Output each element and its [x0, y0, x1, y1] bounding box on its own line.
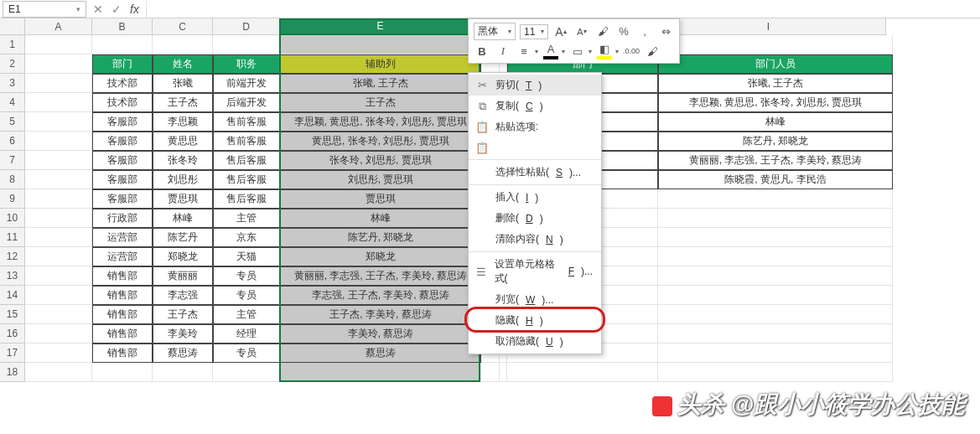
- row-header-4[interactable]: 4: [0, 93, 25, 112]
- decrease-font-icon[interactable]: A▾: [573, 23, 590, 40]
- cell-D17[interactable]: 专员: [213, 344, 280, 363]
- row-header-17[interactable]: 17: [0, 344, 25, 363]
- row-header-5[interactable]: 5: [0, 112, 25, 132]
- cell-E3[interactable]: 张曦, 王子杰: [280, 74, 481, 93]
- row-header-12[interactable]: 12: [0, 247, 25, 266]
- row-header-7[interactable]: 7: [0, 151, 25, 170]
- cell-A16[interactable]: [25, 324, 92, 344]
- cell-I3[interactable]: 张曦, 王子杰: [658, 74, 893, 93]
- cell-B13[interactable]: 销售部: [92, 266, 153, 286]
- cancel-formula-icon[interactable]: ✕: [93, 3, 103, 16]
- cell-B2[interactable]: 部门: [92, 54, 153, 74]
- format-painter-icon[interactable]: 🖌: [644, 43, 661, 59]
- ctx-delete[interactable]: 删除(D): [469, 208, 601, 229]
- cell-E7[interactable]: 张冬玲, 刘思彤, 贾思琪: [280, 151, 481, 170]
- merge-menu-icon[interactable]: ⇔: [657, 23, 674, 40]
- cell-C15[interactable]: 王子杰: [153, 305, 213, 324]
- cell-E9[interactable]: 贾思琪: [280, 189, 481, 209]
- cell-A13[interactable]: [25, 266, 92, 286]
- cell-B4[interactable]: 技术部: [92, 93, 153, 112]
- cell-I10[interactable]: [658, 209, 893, 228]
- ctx-clear[interactable]: 清除内容(N): [469, 229, 601, 250]
- cell-D1[interactable]: [213, 35, 280, 54]
- cell-I12[interactable]: [658, 247, 893, 266]
- cell-D3[interactable]: 前端开发: [213, 74, 280, 93]
- cell-D11[interactable]: 京东: [213, 228, 280, 247]
- cell-C2[interactable]: 姓名: [153, 54, 213, 74]
- border-icon[interactable]: ▭: [569, 43, 586, 59]
- cell-A18[interactable]: [25, 363, 92, 382]
- ctx-paste_opt[interactable]: 📋粘贴选项:: [469, 116, 601, 137]
- confirm-formula-icon[interactable]: ✓: [111, 3, 122, 16]
- cell-D6[interactable]: 售前客服: [213, 132, 280, 151]
- cell-A17[interactable]: [25, 344, 92, 363]
- cell-E13[interactable]: 黄丽丽, 李志强, 王子杰, 李美玲, 蔡思涛: [280, 266, 481, 286]
- cell-A6[interactable]: [25, 132, 92, 151]
- cell-E6[interactable]: 黄思思, 张冬玲, 刘思彤, 贾思琪: [280, 132, 481, 151]
- cell-E5[interactable]: 李思颖, 黄思思, 张冬玲, 刘思彤, 贾思琪: [280, 112, 481, 132]
- cell-I18[interactable]: [658, 363, 893, 382]
- cell-E11[interactable]: 陈艺丹, 郑晓龙: [280, 228, 481, 247]
- cell-B5[interactable]: 客服部: [92, 112, 153, 132]
- cell-I4[interactable]: 李思颖, 黄思思, 张冬玲, 刘思彤, 贾思琪: [658, 93, 893, 112]
- font-color-icon[interactable]: A: [542, 43, 559, 59]
- cell-C16[interactable]: 李美玲: [153, 324, 213, 344]
- cell-A11[interactable]: [25, 228, 92, 247]
- cell-grid[interactable]: 部门姓名职务辅助列部门部门人员技术部张曦前端开发张曦, 王子杰术部张曦, 王子杰…: [25, 35, 893, 382]
- cell-B15[interactable]: 销售部: [92, 305, 153, 324]
- cell-D15[interactable]: 主管: [213, 305, 280, 324]
- cell-E1[interactable]: [280, 35, 481, 54]
- ctx-copy[interactable]: ⧉复制(C): [469, 96, 601, 116]
- cell-I17[interactable]: [658, 344, 893, 363]
- column-header-D[interactable]: D: [213, 18, 280, 35]
- column-header-B[interactable]: B: [92, 18, 153, 35]
- formula-input[interactable]: [146, 1, 980, 18]
- row-header-14[interactable]: 14: [0, 286, 25, 305]
- cell-I13[interactable]: [658, 266, 893, 286]
- cell-A7[interactable]: [25, 151, 92, 170]
- cell-C6[interactable]: 黄思思: [153, 132, 213, 151]
- cell-B10[interactable]: 行政部: [92, 209, 153, 228]
- ctx-insert[interactable]: 插入(I): [469, 187, 601, 208]
- cell-I7[interactable]: 黄丽丽, 李志强, 王子杰, 李美玲, 蔡思涛: [658, 151, 893, 170]
- cell-D10[interactable]: 主管: [213, 209, 280, 228]
- cell-C4[interactable]: 王子杰: [153, 93, 213, 112]
- cell-B18[interactable]: [92, 363, 153, 382]
- cell-B8[interactable]: 客服部: [92, 170, 153, 189]
- cell-B11[interactable]: 运营部: [92, 228, 153, 247]
- cell-D4[interactable]: 后端开发: [213, 93, 280, 112]
- cell-B1[interactable]: [92, 35, 153, 54]
- select-all-corner[interactable]: [0, 18, 25, 35]
- cell-C12[interactable]: 郑晓龙: [153, 247, 213, 266]
- cell-C5[interactable]: 李思颖: [153, 112, 213, 132]
- cell-D18[interactable]: [213, 363, 280, 382]
- fx-icon[interactable]: fx: [130, 3, 139, 16]
- cell-D14[interactable]: 专员: [213, 286, 280, 305]
- cell-A2[interactable]: [25, 54, 92, 74]
- cell-D8[interactable]: 售后客服: [213, 170, 280, 189]
- cell-D2[interactable]: 职务: [213, 54, 280, 74]
- align-icon[interactable]: ≡: [516, 43, 532, 59]
- cell-B3[interactable]: 技术部: [92, 74, 153, 93]
- cell-E18[interactable]: [280, 363, 481, 382]
- cell-G18[interactable]: [500, 363, 507, 382]
- column-header-I[interactable]: I: [651, 18, 886, 35]
- percent-format-icon[interactable]: %: [615, 23, 632, 40]
- mini-toolbar[interactable]: 黑体▾ 11▾ A▴ A▾ 🖌 % , ⇔ B I ≡▾ A▾ ▭▾ ◧▾ .0…: [468, 18, 680, 64]
- cell-C11[interactable]: 陈艺丹: [153, 228, 213, 247]
- cell-A1[interactable]: [25, 35, 92, 54]
- cell-C9[interactable]: 贾思琪: [153, 189, 213, 209]
- cell-B9[interactable]: 客服部: [92, 189, 153, 209]
- fill-color-icon[interactable]: ◧: [596, 43, 613, 59]
- cell-I9[interactable]: [658, 189, 893, 209]
- cell-I6[interactable]: 陈艺丹, 郑晓龙: [658, 132, 893, 151]
- comma-format-icon[interactable]: ,: [636, 23, 653, 40]
- cell-E2[interactable]: 辅助列: [280, 54, 481, 74]
- cell-C1[interactable]: [153, 35, 213, 54]
- cell-D9[interactable]: 售后客服: [213, 189, 280, 209]
- ctx-unhide[interactable]: 取消隐藏(U): [469, 331, 601, 352]
- italic-icon[interactable]: I: [495, 43, 511, 59]
- cell-A10[interactable]: [25, 209, 92, 228]
- format-painter-icon[interactable]: 🖌: [594, 23, 611, 40]
- cell-C7[interactable]: 张冬玲: [153, 151, 213, 170]
